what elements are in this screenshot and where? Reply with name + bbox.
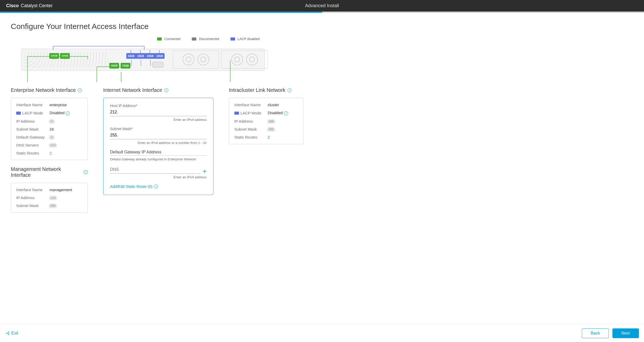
swatch-blue-icon — [230, 37, 235, 41]
vga-port-icon — [152, 62, 164, 67]
lacp-icon — [16, 112, 21, 115]
subnet-hint: Enter an IPv4 address or a number from 1… — [110, 141, 207, 145]
legend-lacp-disabled: LACP disabled — [230, 37, 260, 41]
info-icon[interactable]: i — [154, 184, 158, 189]
header-title: Advanced Install — [305, 3, 339, 8]
management-card: Interface Namemanagement IP Address123. … — [11, 183, 88, 213]
col-right: Intracluster Link Network i Interface Na… — [229, 87, 303, 144]
enterprise-card: Interface Nameenterprise LACP ModeDisabl… — [11, 98, 88, 160]
page-title: Configure Your Internet Access Interface — [11, 22, 633, 31]
host-ip-hint: Enter an IPv4 address — [110, 118, 207, 122]
internet-title: Internet Network Interface i — [103, 87, 214, 93]
swatch-green-icon — [157, 37, 162, 41]
chassis — [21, 49, 265, 71]
port-cluster-1[interactable]: 10GB — [126, 53, 136, 59]
col-center: Internet Network Interface i Host IP Add… — [103, 87, 214, 195]
brand-bold: Cisco — [6, 3, 19, 8]
info-icon[interactable]: i — [84, 170, 88, 174]
host-ip-input[interactable] — [110, 109, 207, 116]
cluster-static-routes-link[interactable]: 2 — [268, 135, 298, 139]
info-icon[interactable]: i — [164, 88, 168, 92]
fan-icon — [182, 54, 194, 65]
psu-2 — [222, 51, 268, 69]
port-enterprise-1[interactable]: 10GB — [49, 53, 59, 59]
port-enterprise-2[interactable]: 10GB — [60, 53, 70, 59]
page-body: Configure Your Internet Access Interface… — [0, 13, 644, 241]
appliance-illustration: 10GB 10GB 10GB 10GB 10GB 10GB 10GB 10GB — [11, 42, 633, 82]
dns-hint: Enter an IPv4 address — [110, 175, 207, 179]
port-cluster-2[interactable]: 10GB — [136, 53, 146, 59]
brand: Cisco Catalyst Center — [6, 3, 53, 8]
info-icon[interactable]: i — [78, 88, 82, 92]
management-kv: Interface Namemanagement IP Address123. … — [16, 188, 82, 208]
cluster-kv: Interface Namecluster LACP ModeDisabled … — [234, 103, 298, 139]
lacp-icon — [234, 112, 239, 115]
info-icon[interactable]: i — [284, 111, 288, 115]
brand-rest: Catalyst Center — [21, 3, 53, 8]
info-icon[interactable]: i — [287, 88, 292, 92]
info-icon[interactable]: i — [66, 111, 70, 115]
fan-icon — [246, 54, 258, 65]
swatch-gray-icon — [192, 37, 196, 41]
app-header: Cisco Catalyst Center Advanced Install — [0, 0, 644, 12]
subnet-input[interactable] — [110, 132, 207, 139]
legend-connected: Connected — [157, 37, 180, 41]
add-edit-static-route-link[interactable]: Add/Edit Static Route (0) i — [110, 184, 207, 189]
enterprise-static-routes-link[interactable]: 2 — [50, 151, 82, 155]
field-gateway: Default Gateway IP Address Defalut Gatew… — [110, 150, 207, 161]
interface-columns: Enterprise Network Interface i Interface… — [11, 87, 633, 213]
management-title: Management Network Interface i — [11, 166, 88, 178]
field-dns: + Enter an IPv4 address — [110, 166, 207, 179]
dns-input[interactable] — [110, 166, 200, 174]
port-cluster-3[interactable]: 10GB — [145, 53, 155, 59]
required-asterisk: * — [136, 104, 137, 108]
enterprise-kv: Interface Nameenterprise LACP ModeDisabl… — [16, 103, 82, 155]
cluster-card: Interface Namecluster LACP ModeDisabled … — [229, 98, 303, 144]
cluster-title: Intracluster Link Network i — [229, 87, 303, 93]
required-asterisk: * — [131, 127, 132, 131]
fan-icon — [197, 54, 209, 65]
psu-1 — [173, 51, 219, 69]
add-dns-icon[interactable]: + — [203, 169, 207, 174]
enterprise-title: Enterprise Network Interface i — [11, 87, 88, 93]
port-legend: Connected Disconnected LACP disabled — [157, 37, 633, 41]
internet-card: Host IP Address* Enter an IPv4 address S… — [103, 98, 214, 195]
col-left: Enterprise Network Interface i Interface… — [11, 87, 88, 213]
field-subnet: Subnet Mask* Enter an IPv4 address or a … — [110, 127, 207, 145]
field-host-ip: Host IP Address* Enter an IPv4 address — [110, 104, 207, 122]
port-cluster-4[interactable]: 10GB — [155, 53, 165, 59]
legend-disconnected: Disconnected — [192, 37, 219, 41]
port-mgmt-2[interactable]: 10GB — [121, 63, 130, 69]
fan-icon — [231, 54, 243, 65]
gateway-hint: Defalut Gateway already configured in En… — [110, 157, 207, 161]
port-mgmt-1[interactable]: 10GB — [109, 63, 119, 69]
